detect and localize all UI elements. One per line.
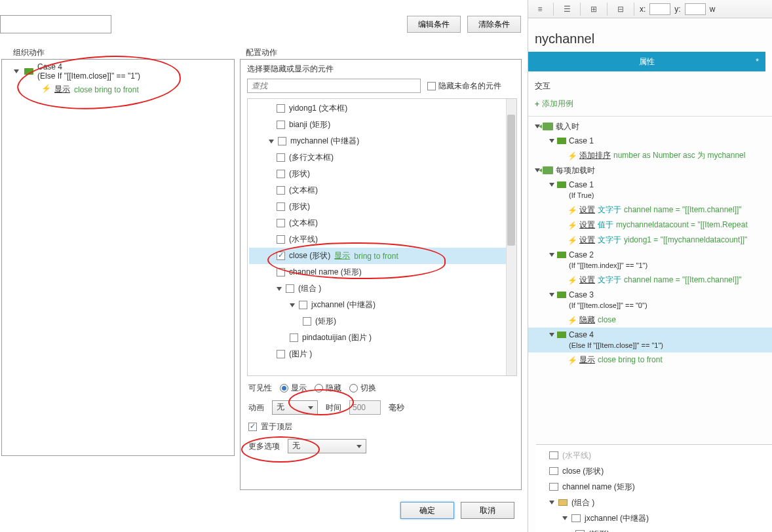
bring-to-front-checkbox[interactable]: 置于顶层 — [248, 421, 292, 432]
checkbox-icon[interactable] — [277, 252, 285, 260]
widget-icon — [549, 451, 558, 459]
case-row[interactable]: Case 4 (Else If "[[Item.close]]" == "1") — [2, 60, 234, 82]
outline-item[interactable]: close (形状) — [536, 463, 772, 479]
radio-hide[interactable]: 隐藏 — [315, 383, 341, 394]
hide-unnamed-checkbox[interactable]: 隐藏未命名的元件 — [427, 81, 501, 92]
checkbox-icon[interactable] — [277, 350, 285, 358]
outline-item[interactable]: jxchannel (中继器) — [536, 510, 772, 526]
checkbox-icon[interactable] — [277, 219, 285, 227]
align-button[interactable]: ⊟ — [613, 2, 628, 16]
add-case-link[interactable]: + 添加用例 — [528, 97, 772, 117]
caret-down-icon — [290, 303, 295, 307]
action-row[interactable]: 设置 文字于 channel name = "[[Item.channel]]" — [528, 273, 772, 288]
more-options-row: 更多选项 无 — [248, 439, 513, 453]
tree-item[interactable]: (形状) — [249, 199, 506, 215]
bolt-icon — [568, 235, 577, 246]
tree-item[interactable]: (多行文本框) — [249, 149, 506, 166]
caret-down-icon — [549, 253, 554, 257]
time-input[interactable] — [349, 400, 381, 415]
event-icon — [543, 166, 553, 174]
tree-item[interactable]: (形状) — [249, 166, 506, 182]
checkbox-icon[interactable] — [277, 186, 285, 195]
case-row[interactable]: Case 3(If "[[Item.close]]" == "0") — [528, 288, 772, 313]
action-row[interactable]: 设置 文字于 channel name = "[[Item.channel]]" — [528, 202, 772, 218]
scrollbar-thumb[interactable] — [507, 115, 515, 246]
tree-item[interactable]: (文本框) — [249, 182, 506, 199]
action-row[interactable]: 显示 close bring to front — [2, 82, 234, 97]
checkbox-icon — [248, 423, 257, 431]
checkbox-icon[interactable] — [286, 284, 294, 293]
align-button[interactable]: ⊞ — [586, 2, 602, 16]
outline-item[interactable]: (水平线) — [536, 447, 772, 463]
y-input[interactable] — [685, 3, 706, 15]
search-input[interactable] — [247, 79, 421, 93]
caret-down-icon — [269, 140, 274, 143]
event-icon — [543, 123, 553, 130]
case-row[interactable]: Case 4(Else If "[[Item.close]]" == "1") — [528, 328, 772, 352]
checkbox-icon[interactable] — [278, 137, 286, 145]
action-row[interactable]: 添加排序 number as Number asc 为 mychannel — [528, 148, 772, 163]
ok-button[interactable]: 确定 — [400, 502, 454, 519]
scrollbar[interactable] — [506, 99, 516, 375]
configure-actions-panel: 选择要隐藏或显示的元件 隐藏未命名的元件 yidong1 (文本框)bianji… — [240, 59, 522, 490]
animation-row: 动画 无 时间 毫秒 — [248, 400, 513, 415]
tree-item[interactable]: pindaotuijian (图片 ) — [249, 330, 506, 346]
checkbox-icon[interactable] — [277, 153, 285, 162]
outline-item[interactable]: (矩形) — [536, 526, 772, 532]
configure-actions-label: 配置动作 — [246, 47, 277, 58]
checkbox-icon[interactable] — [277, 104, 285, 113]
align-button[interactable]: ☰ — [559, 2, 575, 16]
case-row[interactable]: Case 2(If "[[Item.index]]" == "1") — [528, 248, 772, 273]
widget-icon — [571, 514, 581, 522]
checkbox-icon[interactable] — [277, 235, 285, 244]
clear-condition-button[interactable]: 清除条件 — [467, 16, 521, 33]
tree-item[interactable]: bianji (矩形) — [249, 117, 506, 133]
tree-item[interactable]: jxchannel (中继器) — [249, 297, 506, 313]
tree-item[interactable]: yidong1 (文本框) — [249, 100, 506, 117]
checkbox-icon[interactable] — [299, 301, 307, 309]
tree-item[interactable]: close (形状) 显示 bring to front — [249, 248, 506, 264]
cancel-button[interactable]: 取消 — [461, 502, 514, 519]
align-button[interactable]: ≡ — [532, 2, 548, 16]
radio-show[interactable]: 显示 — [280, 383, 307, 394]
radio-toggle[interactable]: 切换 — [349, 383, 376, 394]
tree-item-label: (形状) — [289, 168, 310, 180]
checkbox-icon[interactable] — [303, 317, 311, 326]
star-icon: * — [756, 57, 759, 66]
x-input[interactable] — [649, 3, 670, 15]
edit-condition-button[interactable]: 编辑条件 — [407, 16, 461, 33]
action-row[interactable]: 显示 close bring to front — [528, 352, 772, 368]
outline-item[interactable]: channel name (矩形) — [536, 479, 772, 495]
caret-icon — [562, 516, 568, 520]
action-row[interactable]: 隐藏 close — [528, 313, 772, 328]
widget-icon — [549, 467, 558, 475]
tree-item[interactable]: (水平线) — [249, 231, 506, 248]
checkbox-icon[interactable] — [290, 333, 298, 342]
case-row[interactable]: Case 1 — [528, 134, 772, 148]
checkbox-icon[interactable] — [277, 170, 285, 178]
event-row[interactable]: 每项加载时 — [528, 163, 772, 178]
tree-item[interactable]: (组合 ) — [249, 280, 506, 297]
action-verb: 显示 — [54, 84, 70, 95]
case-row[interactable]: Case 1(If True) — [528, 178, 772, 202]
condition-input[interactable] — [0, 15, 111, 33]
tree-item-label: bianji (矩形) — [289, 119, 330, 130]
checkbox-icon[interactable] — [277, 202, 285, 211]
tree-item[interactable]: (文本框) — [249, 215, 506, 231]
checkbox-icon[interactable] — [277, 268, 285, 276]
radio-icon — [280, 384, 288, 392]
event-row[interactable]: 载入时 — [528, 119, 772, 134]
tree-item-label: (形状) — [289, 201, 310, 212]
animation-select[interactable]: 无 — [272, 400, 318, 415]
outline-item[interactable]: (组合 ) — [536, 495, 772, 510]
tree-item[interactable]: channel name (矩形) — [249, 264, 506, 280]
more-options-select[interactable]: 无 — [288, 439, 366, 453]
action-row[interactable]: 设置 文字于 yidong1 = "[[mychanneldatacount]]… — [528, 233, 772, 248]
action-row[interactable]: 设置 值于 mychanneldatacount = "[[Item.Repea… — [528, 218, 772, 233]
tree-item[interactable]: mychannel (中继器) — [249, 133, 506, 149]
properties-tab[interactable]: 属性 * — [528, 52, 768, 71]
tree-item[interactable]: (图片 ) — [249, 346, 506, 362]
tree-item[interactable]: (矩形) — [249, 313, 506, 330]
checkbox-icon[interactable] — [277, 121, 285, 129]
bolt-icon — [568, 315, 577, 326]
